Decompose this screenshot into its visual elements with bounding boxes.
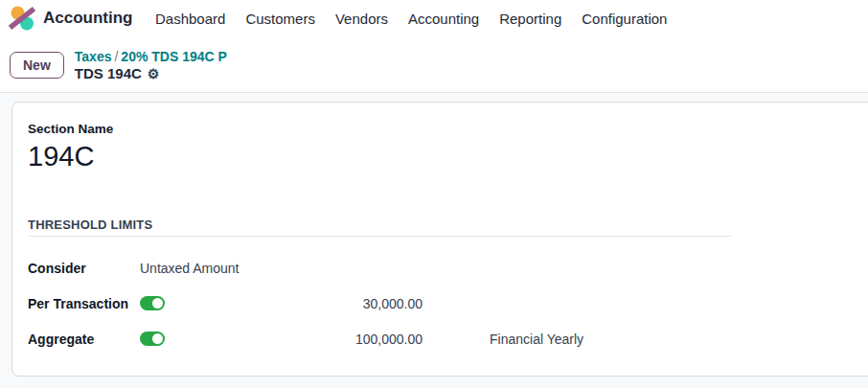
menu-item-vendors[interactable]: Vendors <box>325 11 398 27</box>
menu-item-configuration[interactable]: Configuration <box>572 11 677 27</box>
form-sheet: Section Name 194C THRESHOLD LIMITS Consi… <box>11 102 868 377</box>
app-title[interactable]: Accounting <box>43 9 133 28</box>
threshold-limits-heading: THRESHOLD LIMITS <box>28 217 731 237</box>
per-transaction-toggle[interactable] <box>140 296 165 310</box>
menu-item-accounting[interactable]: Accounting <box>398 11 489 27</box>
per-transaction-label: Per Transaction <box>28 296 140 311</box>
aggregate-amount-field[interactable]: 100,000.00 <box>165 332 423 347</box>
breadcrumb-separator: / <box>111 49 121 64</box>
section-name-label: Section Name <box>28 121 868 137</box>
control-panel: New Taxes/20% TDS 194C P TDS 194C ⚙ <box>0 36 868 93</box>
consider-row: Consider Untaxed Amount <box>28 257 868 279</box>
odoo-accounting-logo-icon[interactable] <box>9 5 35 32</box>
aggregate-toggle[interactable] <box>140 332 165 346</box>
section-name-field[interactable]: 194C <box>28 139 868 173</box>
per-transaction-row: Per Transaction 30,000.00 <box>28 292 868 314</box>
consider-label: Consider <box>28 261 140 276</box>
menu-item-reporting[interactable]: Reporting <box>490 11 572 27</box>
top-navbar: Accounting Dashboard Customers Vendors A… <box>0 0 868 36</box>
consider-field[interactable]: Untaxed Amount <box>140 261 240 276</box>
new-button[interactable]: New <box>10 52 64 79</box>
aggregate-label: Aggregate <box>28 332 140 347</box>
aggregate-row: Aggregate 100,000.00 Financial Yearly <box>28 328 868 350</box>
menu-item-dashboard[interactable]: Dashboard <box>146 11 236 27</box>
breadcrumb-taxes-link[interactable]: Taxes <box>75 49 112 64</box>
gear-icon[interactable]: ⚙ <box>148 67 160 80</box>
breadcrumb: Taxes/20% TDS 194C P TDS 194C ⚙ <box>75 50 227 80</box>
aggregate-period-field[interactable]: Financial Yearly <box>490 332 583 347</box>
breadcrumb-parent-link[interactable]: 20% TDS 194C P <box>121 49 227 64</box>
form-view-background: Section Name 194C THRESHOLD LIMITS Consi… <box>0 93 868 388</box>
per-transaction-amount-field[interactable]: 30,000.00 <box>165 296 423 311</box>
breadcrumb-current-record: TDS 194C <box>75 66 142 80</box>
menu-item-customers[interactable]: Customers <box>236 11 326 27</box>
main-menu: Dashboard Customers Vendors Accounting R… <box>146 11 677 27</box>
threshold-fields: Consider Untaxed Amount Per Transaction … <box>28 257 868 350</box>
